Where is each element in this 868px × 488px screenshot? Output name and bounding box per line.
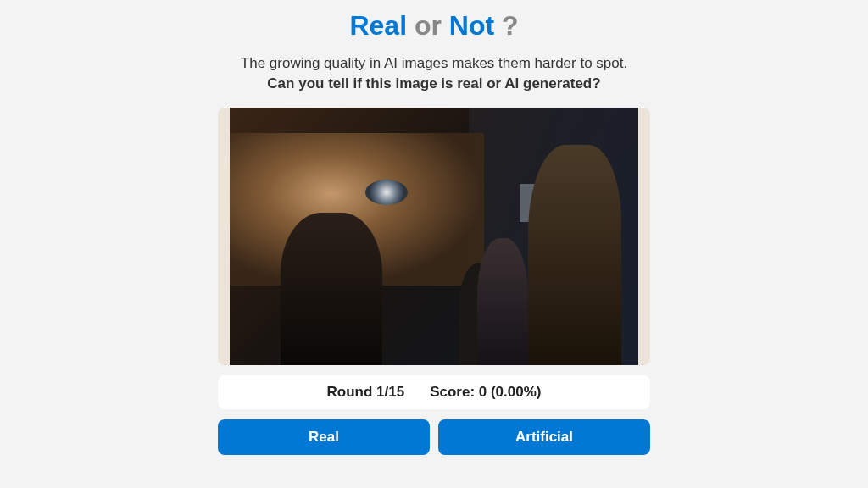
subtitle-line2: Can you tell if this image is real or AI… [241,74,627,94]
title-real: Real [349,10,407,41]
subtitle-line1: The growing quality in AI images makes t… [241,53,627,74]
round-label: Round 1/15 [327,384,405,401]
image-card [218,108,650,365]
title-question-mark: ? [502,10,519,41]
button-row: Real Artificial [218,419,650,455]
challenge-image [230,108,638,365]
subtitle: The growing quality in AI images makes t… [241,53,627,94]
page-title: Real or Not ? [349,10,518,42]
artificial-button[interactable]: Artificial [438,419,650,455]
score-label: Score: 0 (0.00%) [430,384,541,401]
title-or: or [415,10,442,41]
status-bar: Round 1/15 Score: 0 (0.00%) [218,375,650,409]
title-not: Not [449,10,494,41]
real-button[interactable]: Real [218,419,430,455]
